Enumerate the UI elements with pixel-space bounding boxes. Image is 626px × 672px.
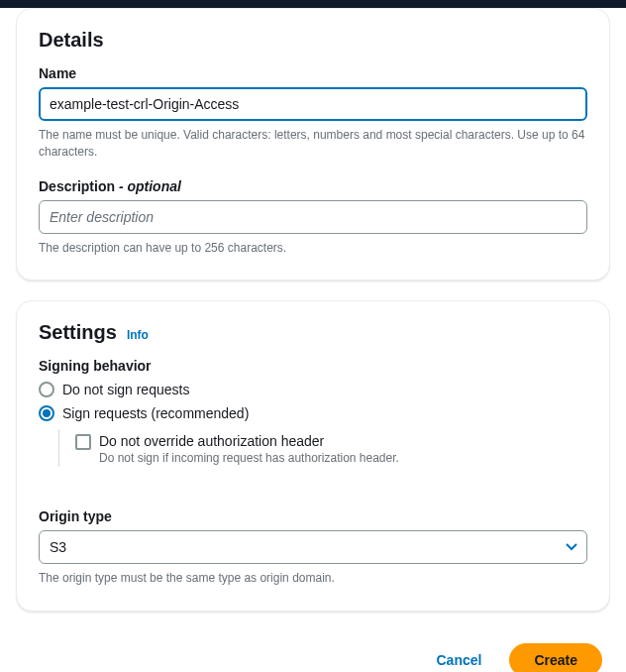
radio-icon: [39, 405, 54, 421]
description-label-optional: - optional: [115, 178, 181, 194]
origin-type-help: The origin type must be the same type as…: [39, 570, 587, 587]
checkbox-icon: [75, 434, 91, 450]
radio-sign-requests-label: Sign requests (recommended): [62, 405, 249, 421]
top-nav-bar: [0, 0, 626, 8]
name-input[interactable]: [39, 87, 587, 121]
signing-behavior-group: Signing behavior Do not sign requests Si…: [39, 358, 587, 467]
checkbox-override-help: Do not sign if incoming request has auth…: [99, 451, 399, 465]
origin-type-label: Origin type: [39, 508, 587, 524]
checkbox-override-auth[interactable]: Do not override authorization header Do …: [75, 433, 587, 465]
name-label: Name: [39, 65, 587, 81]
cancel-button[interactable]: Cancel: [432, 644, 485, 672]
info-link[interactable]: Info: [127, 328, 149, 342]
description-label: Description - optional: [39, 178, 587, 194]
description-label-main: Description: [39, 178, 115, 194]
radio-do-not-sign[interactable]: Do not sign requests: [39, 382, 587, 397]
description-input[interactable]: [39, 200, 587, 234]
name-help: The name must be unique. Valid character…: [39, 127, 587, 161]
footer-actions: Cancel Create: [16, 631, 610, 672]
radio-icon: [39, 382, 54, 397]
create-button[interactable]: Create: [509, 643, 602, 672]
origin-type-group: Origin type S3 The origin type must be t…: [39, 508, 587, 587]
checkbox-override-label: Do not override authorization header: [99, 433, 399, 449]
details-panel: Details Name The name must be unique. Va…: [16, 8, 610, 280]
settings-title: Settings: [39, 321, 117, 344]
settings-panel: Settings Info Signing behavior Do not si…: [16, 300, 610, 612]
origin-type-select[interactable]: S3: [39, 530, 587, 564]
radio-do-not-sign-label: Do not sign requests: [62, 382, 189, 397]
radio-sign-requests[interactable]: Sign requests (recommended): [39, 405, 587, 421]
signing-label: Signing behavior: [39, 358, 587, 374]
description-help: The description can have up to 256 chara…: [39, 240, 587, 257]
description-field-group: Description - optional The description c…: [39, 178, 587, 257]
origin-type-value: S3: [50, 539, 66, 555]
name-field-group: Name The name must be unique. Valid char…: [39, 65, 587, 161]
details-title: Details: [39, 29, 587, 52]
